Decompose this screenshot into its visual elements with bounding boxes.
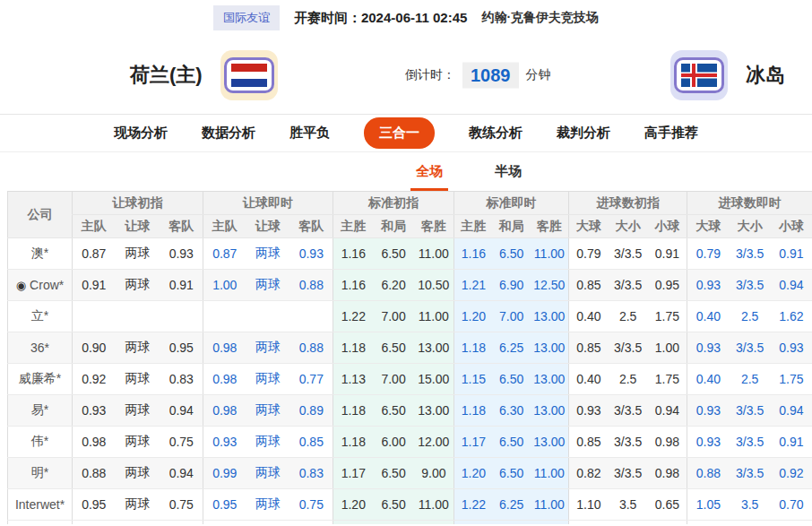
company-cell[interactable]: 明* — [8, 458, 73, 489]
odds-cell[interactable]: 1.05 — [687, 489, 730, 521]
odds-cell[interactable]: 两球 — [246, 395, 290, 427]
odds-cell[interactable]: 3/3.5 — [730, 332, 771, 364]
company-cell[interactable]: ◉Crow* — [8, 270, 73, 301]
odds-cell[interactable]: 两球 — [246, 427, 290, 458]
odds-cell[interactable]: 0.75 — [290, 489, 333, 521]
odds-cell[interactable]: 0.93 — [687, 427, 730, 458]
odds-cell[interactable]: 0.40 — [687, 364, 730, 395]
odds-cell[interactable]: 0.91 — [771, 238, 812, 270]
odds-cell[interactable]: 0.94 — [771, 395, 812, 427]
odds-cell[interactable]: 两球 — [246, 332, 290, 364]
odds-cell[interactable]: 1.75 — [771, 364, 812, 395]
odds-cell[interactable]: 0.93 — [203, 427, 246, 458]
nav-tab-5[interactable]: 教练分析 — [469, 125, 523, 142]
odds-cell[interactable]: 两球 — [246, 270, 290, 301]
odds-cell[interactable] — [290, 301, 333, 332]
nav-tab-3[interactable]: 胜平负 — [289, 125, 330, 142]
odds-cell[interactable]: 0.85 — [290, 427, 333, 458]
nav-tab-4[interactable]: 三合一 — [364, 117, 435, 149]
company-cell[interactable]: 伟* — [8, 427, 73, 458]
odds-cell[interactable]: 13.00 — [531, 427, 569, 458]
odds-cell[interactable]: 0.88 — [290, 270, 333, 301]
odds-cell[interactable]: 两球 — [246, 489, 290, 521]
company-cell[interactable]: 澳* — [8, 238, 73, 270]
odds-cell[interactable]: 1.00 — [203, 270, 246, 301]
subtab-1[interactable]: 全场 — [413, 152, 445, 191]
odds-cell[interactable]: 0.98 — [203, 395, 246, 427]
odds-cell[interactable]: 2.5 — [730, 364, 771, 395]
odds-cell[interactable]: 0.79 — [687, 238, 730, 270]
odds-cell[interactable]: 两球 — [246, 238, 290, 270]
company-cell[interactable]: 36* — [8, 332, 73, 364]
odds-cell[interactable]: 0.40 — [687, 301, 730, 332]
odds-cell[interactable]: 2.5 — [730, 301, 771, 332]
league-badge[interactable]: 国际友谊 — [213, 5, 280, 30]
odds-cell[interactable]: 3/3.5 — [730, 270, 771, 301]
odds-cell[interactable]: 1.15 — [454, 364, 493, 395]
odds-cell[interactable]: 1.18 — [454, 332, 493, 364]
odds-cell[interactable]: 1.21 — [454, 270, 493, 301]
odds-cell[interactable]: 0.99 — [203, 458, 246, 489]
odds-cell[interactable]: 3/3.5 — [730, 458, 771, 489]
odds-cell[interactable]: 12.50 — [531, 270, 569, 301]
odds-cell[interactable]: 6.30 — [493, 395, 531, 427]
odds-cell[interactable]: 0.88 — [687, 458, 730, 489]
odds-cell[interactable]: 0.91 — [771, 427, 812, 458]
odds-cell[interactable]: 两球 — [246, 458, 290, 489]
odds-cell[interactable]: 3/3.5 — [730, 395, 771, 427]
odds-cell[interactable] — [203, 301, 246, 332]
odds-cell[interactable]: 13.00 — [531, 332, 569, 364]
odds-cell[interactable]: 两球 — [246, 364, 290, 395]
nav-tab-1[interactable]: 现场分析 — [114, 125, 168, 142]
odds-cell[interactable]: 11.00 — [531, 489, 569, 521]
odds-cell[interactable]: 0.93 — [771, 332, 812, 364]
odds-cell[interactable]: 6.50 — [493, 364, 531, 395]
odds-cell[interactable]: 0.93 — [687, 270, 730, 301]
odds-cell[interactable]: 0.88 — [290, 332, 333, 364]
odds-cell[interactable]: 3/3.5 — [730, 238, 771, 270]
odds-cell[interactable]: 1.62 — [771, 301, 812, 332]
odds-cell[interactable]: 0.94 — [771, 270, 812, 301]
odds-cell[interactable]: 1.18 — [454, 395, 493, 427]
subtab-2[interactable]: 半场 — [492, 152, 524, 191]
odds-cell[interactable]: 1.17 — [454, 427, 493, 458]
odds-cell[interactable]: 0.83 — [290, 458, 333, 489]
odds-cell[interactable]: 0.93 — [687, 332, 730, 364]
odds-cell[interactable]: 0.89 — [290, 395, 333, 427]
odds-cell[interactable]: 13.00 — [531, 395, 569, 427]
odds-cell[interactable]: 7.00 — [493, 301, 531, 332]
company-cell[interactable]: Interwet* — [8, 489, 73, 521]
odds-cell[interactable]: 6.50 — [493, 427, 531, 458]
nav-tab-6[interactable]: 裁判分析 — [557, 125, 610, 142]
odds-cell[interactable]: 0.87 — [203, 238, 246, 270]
odds-cell[interactable]: 13.00 — [531, 301, 569, 332]
odds-cell[interactable]: 6.90 — [493, 270, 531, 301]
odds-cell[interactable]: 6.50 — [493, 458, 531, 489]
odds-cell[interactable]: 3/3.5 — [730, 427, 771, 458]
odds-cell[interactable]: 11.00 — [531, 458, 569, 489]
nav-tab-7[interactable]: 高手推荐 — [644, 125, 698, 142]
odds-cell[interactable]: 11.00 — [531, 238, 569, 270]
odds-cell[interactable]: 0.93 — [290, 238, 333, 270]
odds-cell[interactable]: 0.98 — [203, 364, 246, 395]
odds-cell[interactable]: 1.20 — [454, 458, 493, 489]
odds-cell[interactable]: 0.92 — [771, 458, 812, 489]
company-cell[interactable]: 威廉希* — [8, 364, 73, 395]
odds-cell[interactable]: 1.16 — [454, 238, 493, 270]
odds-cell[interactable]: 0.77 — [290, 364, 333, 395]
odds-cell[interactable]: 0.95 — [203, 489, 246, 521]
odds-cell[interactable]: 6.25 — [493, 489, 531, 521]
company-cell[interactable]: 立* — [8, 301, 73, 332]
odds-cell[interactable]: 3.5 — [730, 489, 771, 521]
odds-cell[interactable]: 0.93 — [687, 395, 730, 427]
odds-cell[interactable]: 1.20 — [454, 301, 493, 332]
odds-cell[interactable]: 1.22 — [454, 489, 493, 521]
odds-cell[interactable]: 6.25 — [493, 332, 531, 364]
nav-tab-2[interactable]: 数据分析 — [202, 125, 255, 142]
odds-cell[interactable]: 0.98 — [203, 332, 246, 364]
odds-cell[interactable]: 6.50 — [493, 238, 531, 270]
odds-cell[interactable]: 0.70 — [771, 489, 812, 521]
odds-cell[interactable] — [246, 301, 290, 332]
odds-cell[interactable]: 13.00 — [531, 364, 569, 395]
company-cell[interactable]: 易* — [8, 395, 73, 427]
